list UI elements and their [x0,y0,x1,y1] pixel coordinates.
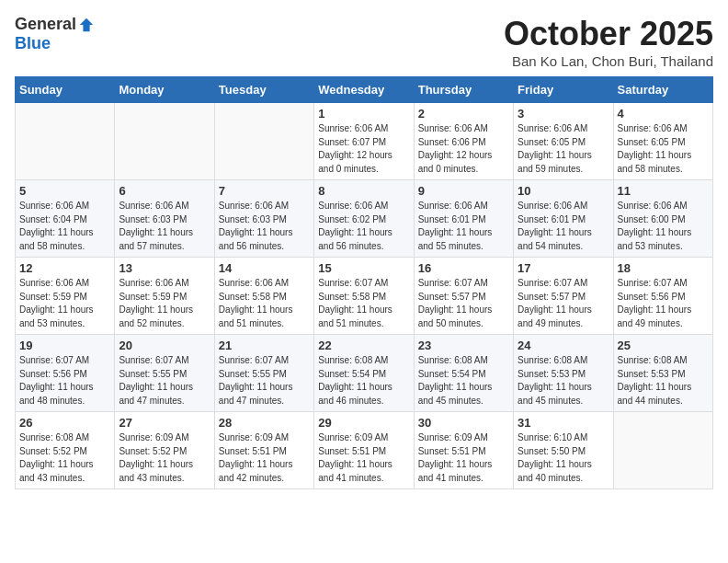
day-number: 17 [518,261,609,275]
day-number: 14 [219,261,310,275]
calendar-cell [613,412,712,489]
day-info: Sunrise: 6:06 AM Sunset: 6:06 PM Dayligh… [418,122,509,176]
calendar-cell: 6Sunrise: 6:06 AM Sunset: 6:03 PM Daylig… [115,180,214,258]
day-info: Sunrise: 6:06 AM Sunset: 6:07 PM Dayligh… [318,122,409,176]
calendar-cell: 14Sunrise: 6:06 AM Sunset: 5:58 PM Dayli… [214,258,313,335]
calendar-cell: 15Sunrise: 6:07 AM Sunset: 5:58 PM Dayli… [314,258,414,335]
day-number: 16 [418,261,509,275]
calendar-cell: 30Sunrise: 6:09 AM Sunset: 5:51 PM Dayli… [414,412,513,489]
day-number: 18 [618,261,709,275]
logo-general-text: General [15,15,76,34]
day-info: Sunrise: 6:06 AM Sunset: 5:59 PM Dayligh… [119,277,210,330]
calendar-cell: 22Sunrise: 6:08 AM Sunset: 5:54 PM Dayli… [314,335,414,412]
day-number: 29 [318,416,409,430]
calendar-cell: 31Sunrise: 6:10 AM Sunset: 5:50 PM Dayli… [514,412,613,489]
day-info: Sunrise: 6:07 AM Sunset: 5:58 PM Dayligh… [318,277,409,330]
day-number: 7 [219,184,310,198]
calendar-cell: 2Sunrise: 6:06 AM Sunset: 6:06 PM Daylig… [414,103,513,180]
day-number: 28 [219,416,310,430]
day-info: Sunrise: 6:06 AM Sunset: 6:05 PM Dayligh… [618,122,709,176]
day-number: 31 [518,416,609,430]
day-number: 9 [418,184,509,198]
day-number: 6 [119,184,210,198]
day-info: Sunrise: 6:09 AM Sunset: 5:52 PM Dayligh… [119,431,210,485]
day-info: Sunrise: 6:06 AM Sunset: 5:58 PM Dayligh… [219,277,310,330]
calendar-cell: 8Sunrise: 6:06 AM Sunset: 6:02 PM Daylig… [314,180,414,258]
day-number: 23 [418,339,509,352]
day-number: 26 [19,416,110,430]
day-info: Sunrise: 6:07 AM Sunset: 5:56 PM Dayligh… [618,277,709,330]
day-number: 22 [318,339,409,352]
calendar-table: SundayMondayTuesdayWednesdayThursdayFrid… [15,76,713,489]
calendar-cell: 11Sunrise: 6:06 AM Sunset: 6:00 PM Dayli… [613,180,712,258]
day-info: Sunrise: 6:07 AM Sunset: 5:56 PM Dayligh… [19,354,110,408]
day-number: 8 [318,184,409,198]
day-number: 2 [418,107,509,121]
day-number: 27 [119,416,210,430]
logo-icon [78,17,95,33]
day-info: Sunrise: 6:06 AM Sunset: 6:00 PM Dayligh… [618,200,709,253]
day-number: 4 [618,107,709,121]
weekday-header-saturday: Saturday [613,77,712,103]
calendar-cell: 10Sunrise: 6:06 AM Sunset: 6:01 PM Dayli… [514,180,613,258]
calendar-week-4: 19Sunrise: 6:07 AM Sunset: 5:56 PM Dayli… [16,335,713,412]
calendar-cell: 16Sunrise: 6:07 AM Sunset: 5:57 PM Dayli… [414,258,513,335]
weekday-header-sunday: Sunday [16,77,115,103]
weekday-header-tuesday: Tuesday [214,77,313,103]
day-number: 30 [418,416,509,430]
calendar-cell: 18Sunrise: 6:07 AM Sunset: 5:56 PM Dayli… [613,258,712,335]
calendar-cell: 29Sunrise: 6:09 AM Sunset: 5:51 PM Dayli… [314,412,414,489]
day-info: Sunrise: 6:06 AM Sunset: 6:01 PM Dayligh… [418,200,509,253]
calendar-cell: 23Sunrise: 6:08 AM Sunset: 5:54 PM Dayli… [414,335,513,412]
calendar-week-5: 26Sunrise: 6:08 AM Sunset: 5:52 PM Dayli… [16,412,713,489]
calendar-cell: 25Sunrise: 6:08 AM Sunset: 5:53 PM Dayli… [613,335,712,412]
calendar-week-1: 1Sunrise: 6:06 AM Sunset: 6:07 PM Daylig… [16,103,713,180]
day-number: 1 [318,107,409,121]
calendar-week-2: 5Sunrise: 6:06 AM Sunset: 6:04 PM Daylig… [16,180,713,258]
weekday-header-friday: Friday [514,77,613,103]
day-number: 3 [518,107,609,121]
calendar-cell: 13Sunrise: 6:06 AM Sunset: 5:59 PM Dayli… [115,258,214,335]
calendar-cell: 9Sunrise: 6:06 AM Sunset: 6:01 PM Daylig… [414,180,513,258]
day-info: Sunrise: 6:06 AM Sunset: 6:03 PM Dayligh… [119,200,210,253]
day-info: Sunrise: 6:06 AM Sunset: 6:02 PM Dayligh… [318,200,409,253]
calendar-cell: 24Sunrise: 6:08 AM Sunset: 5:53 PM Dayli… [514,335,613,412]
day-number: 21 [219,339,310,352]
calendar-cell: 19Sunrise: 6:07 AM Sunset: 5:56 PM Dayli… [16,335,115,412]
day-number: 5 [19,184,110,198]
day-info: Sunrise: 6:07 AM Sunset: 5:57 PM Dayligh… [418,277,509,330]
calendar-cell: 4Sunrise: 6:06 AM Sunset: 6:05 PM Daylig… [613,103,712,180]
calendar-cell: 1Sunrise: 6:06 AM Sunset: 6:07 PM Daylig… [314,103,414,180]
day-number: 11 [618,184,709,198]
day-number: 19 [19,339,110,352]
day-number: 24 [518,339,609,352]
day-info: Sunrise: 6:06 AM Sunset: 6:05 PM Dayligh… [518,122,609,176]
day-info: Sunrise: 6:07 AM Sunset: 5:55 PM Dayligh… [119,354,210,408]
calendar-cell [214,103,313,180]
weekday-header-monday: Monday [115,77,214,103]
day-number: 25 [618,339,709,352]
day-info: Sunrise: 6:08 AM Sunset: 5:53 PM Dayligh… [618,354,709,408]
calendar-cell [16,103,115,180]
calendar-cell: 27Sunrise: 6:09 AM Sunset: 5:52 PM Dayli… [115,412,214,489]
day-info: Sunrise: 6:06 AM Sunset: 6:03 PM Dayligh… [219,200,310,253]
day-info: Sunrise: 6:09 AM Sunset: 5:51 PM Dayligh… [219,431,310,485]
day-info: Sunrise: 6:08 AM Sunset: 5:52 PM Dayligh… [19,431,110,485]
calendar-cell: 20Sunrise: 6:07 AM Sunset: 5:55 PM Dayli… [115,335,214,412]
calendar-cell: 12Sunrise: 6:06 AM Sunset: 5:59 PM Dayli… [16,258,115,335]
title-section: October 2025 Ban Ko Lan, Chon Buri, Thai… [504,15,713,69]
location-text: Ban Ko Lan, Chon Buri, Thailand [504,53,713,69]
day-number: 12 [19,261,110,275]
day-info: Sunrise: 6:07 AM Sunset: 5:57 PM Dayligh… [518,277,609,330]
calendar-cell: 28Sunrise: 6:09 AM Sunset: 5:51 PM Dayli… [214,412,313,489]
day-info: Sunrise: 6:08 AM Sunset: 5:53 PM Dayligh… [518,354,609,408]
day-info: Sunrise: 6:09 AM Sunset: 5:51 PM Dayligh… [318,431,409,485]
day-info: Sunrise: 6:06 AM Sunset: 6:04 PM Dayligh… [19,200,110,253]
day-info: Sunrise: 6:08 AM Sunset: 5:54 PM Dayligh… [318,354,409,408]
calendar-cell: 3Sunrise: 6:06 AM Sunset: 6:05 PM Daylig… [514,103,613,180]
day-number: 13 [119,261,210,275]
calendar-week-3: 12Sunrise: 6:06 AM Sunset: 5:59 PM Dayli… [16,258,713,335]
day-info: Sunrise: 6:06 AM Sunset: 5:59 PM Dayligh… [19,277,110,330]
calendar-cell: 17Sunrise: 6:07 AM Sunset: 5:57 PM Dayli… [514,258,613,335]
calendar-cell: 26Sunrise: 6:08 AM Sunset: 5:52 PM Dayli… [16,412,115,489]
